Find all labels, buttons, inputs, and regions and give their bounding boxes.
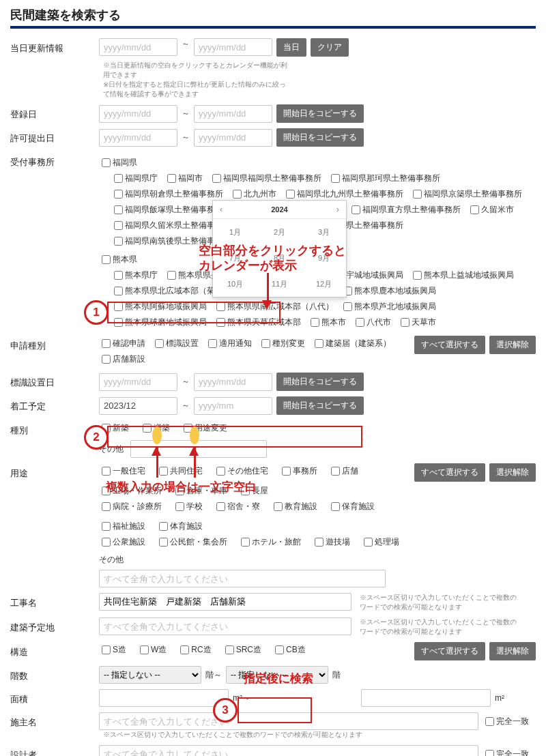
use-item[interactable]: 一般住宅 <box>99 465 145 478</box>
floor-from[interactable]: -- 指定しない -- <box>99 666 201 684</box>
update-to[interactable] <box>194 38 272 56</box>
office-item[interactable]: 福岡市 <box>164 172 203 185</box>
check-item[interactable]: 用途変更 <box>181 422 227 435</box>
check-item[interactable]: 店舗新設 <box>99 353 145 366</box>
office-item[interactable]: 熊本県県南広域本部（八代） <box>214 300 334 313</box>
sign-to[interactable] <box>194 373 272 391</box>
cal-month[interactable]: 10月 <box>213 271 257 297</box>
use-select-all[interactable]: すべて選択する <box>414 463 485 482</box>
use-unselect[interactable]: 選択解除 <box>489 463 536 482</box>
cal-month[interactable]: 11月 <box>257 271 302 297</box>
cal-prev[interactable]: ‹ <box>220 205 222 214</box>
area-to[interactable] <box>361 689 491 707</box>
office-item[interactable]: 熊本県庁 <box>111 269 158 282</box>
reg-from[interactable] <box>99 105 177 123</box>
check-item[interactable]: 標識設置 <box>152 337 199 350</box>
use-item[interactable]: 体育施設 <box>156 520 203 533</box>
use-item[interactable]: 病院・診療所 <box>99 500 162 513</box>
designer-exact[interactable]: 完全一致 <box>483 748 529 757</box>
use-item[interactable]: 事務所 <box>279 465 317 478</box>
apptype-select-all[interactable]: すべて選択する <box>414 336 485 354</box>
row-site: 建築予定地 ※スペース区切りで入力していただくことで複数のワードでの検索が可能と… <box>10 617 536 637</box>
label-floor: 階数 <box>10 666 99 682</box>
office-item[interactable]: 熊本県上益城地域振興局 <box>410 269 514 282</box>
reg-to[interactable] <box>194 105 272 123</box>
office-item[interactable]: 天草市 <box>398 316 436 329</box>
cal-month[interactable]: 3月 <box>302 219 346 245</box>
copy-start-button-1[interactable]: 開始日をコピーする <box>276 104 364 123</box>
check-item[interactable]: W造 <box>137 643 167 656</box>
copy-start-button-2[interactable]: 開始日をコピーする <box>276 128 364 147</box>
office-group-head[interactable]: 福岡県 <box>99 156 137 169</box>
office-item[interactable]: 福岡県那珂県土整備事務所 <box>328 172 440 185</box>
check-item[interactable]: 種別変更 <box>259 337 305 350</box>
check-item[interactable]: SRC造 <box>222 643 261 656</box>
office-group-head[interactable]: 熊本県 <box>99 253 137 266</box>
office-item[interactable]: 熊本県球磨地域振興局 <box>111 316 207 329</box>
job-input[interactable] <box>99 593 351 611</box>
cal-month[interactable]: 12月 <box>302 271 346 297</box>
check-item[interactable]: S造 <box>99 643 126 656</box>
use-item[interactable]: 宿舎・寮 <box>214 500 260 513</box>
permit-to[interactable] <box>194 129 272 147</box>
clear-button[interactable]: クリア <box>311 38 349 57</box>
check-item[interactable]: 適用通知 <box>205 337 252 350</box>
use-item[interactable]: その他住宅 <box>214 465 268 478</box>
office-item[interactable]: 福岡県庁 <box>111 172 158 185</box>
cal-month[interactable]: 2月 <box>257 219 302 245</box>
use-item[interactable]: 処理場 <box>361 536 399 549</box>
site-input[interactable] <box>99 617 351 635</box>
anno-text-search: 指定後に検索 <box>244 671 313 686</box>
title-underline <box>10 26 536 29</box>
office-item[interactable]: 福岡県飯塚県土整備事務所 <box>111 203 223 216</box>
office-item[interactable]: 熊本県天草広域本部 <box>214 316 301 329</box>
use-item[interactable]: 遊技場 <box>312 536 350 549</box>
use-item[interactable]: ホテル・旅館 <box>238 536 301 549</box>
apptype-unselect[interactable]: 選択解除 <box>489 336 536 354</box>
office-item[interactable]: 福岡県直方県土整備事務所 <box>349 203 461 216</box>
office-item[interactable]: 福岡県北九州県土整備事務所 <box>283 188 403 201</box>
office-item[interactable]: 福岡県福岡県土整備事務所 <box>210 172 321 185</box>
use-other-input[interactable] <box>99 570 386 587</box>
kind-other-input[interactable] <box>130 440 267 458</box>
row-signdate: 標識設置日 ～ 開始日をコピーする <box>10 373 536 391</box>
office-item[interactable]: 福岡県京築県土整備事務所 <box>410 188 522 201</box>
designer-input[interactable] <box>99 745 478 756</box>
struct-select-all[interactable]: すべて選択する <box>414 642 485 660</box>
copy-start-button-3[interactable]: 開始日をコピーする <box>276 373 364 391</box>
office-item[interactable]: 久留米市 <box>468 203 514 216</box>
check-item[interactable]: RC造 <box>177 643 211 656</box>
cal-month[interactable]: 1月 <box>213 219 257 245</box>
office-item[interactable]: 八代市 <box>353 316 391 329</box>
start-from[interactable] <box>99 397 177 415</box>
check-item[interactable]: 建築届（建築系） <box>312 337 391 350</box>
office-item[interactable]: 北九州市 <box>230 188 276 201</box>
area-from[interactable] <box>99 689 229 707</box>
office-item[interactable]: 熊本市 <box>308 316 346 329</box>
copy-start-button-4[interactable]: 開始日をコピーする <box>276 396 364 415</box>
use-item[interactable]: 福祉施設 <box>99 520 145 533</box>
use-item[interactable]: 保育施設 <box>328 500 375 513</box>
row-apptype: 申請種別 確認申請標識設置適用通知種別変更建築届（建築系）店舗新設 すべて選択す… <box>10 336 536 367</box>
sign-from[interactable] <box>99 373 177 391</box>
check-item[interactable]: CB造 <box>272 643 306 656</box>
use-item[interactable]: 教育施設 <box>271 500 317 513</box>
use-item[interactable]: 学校 <box>173 500 203 513</box>
update-from[interactable] <box>99 38 177 56</box>
office-item[interactable]: 熊本県阿蘇地域振興局 <box>111 300 207 313</box>
check-item[interactable]: 確認申請 <box>99 337 145 350</box>
use-item[interactable]: 公民館・集会所 <box>156 536 227 549</box>
today-button[interactable]: 当日 <box>276 38 306 57</box>
office-item[interactable]: 福岡県朝倉県土整備事務所 <box>111 188 223 201</box>
office-item[interactable]: 熊本県芦北地域振興局 <box>341 300 436 313</box>
start-to[interactable] <box>194 397 272 415</box>
owner-input[interactable] <box>99 712 478 730</box>
label-struct: 構造 <box>10 642 99 658</box>
struct-unselect[interactable]: 選択解除 <box>489 642 536 660</box>
use-item[interactable]: 店舗 <box>328 465 358 478</box>
owner-exact[interactable]: 完全一致 <box>483 715 529 728</box>
permit-from[interactable] <box>99 129 177 147</box>
cal-next[interactable]: › <box>336 205 339 214</box>
office-item[interactable]: 熊本県鹿本地域振興局 <box>341 285 436 297</box>
use-item[interactable]: 公衆施設 <box>99 536 145 549</box>
